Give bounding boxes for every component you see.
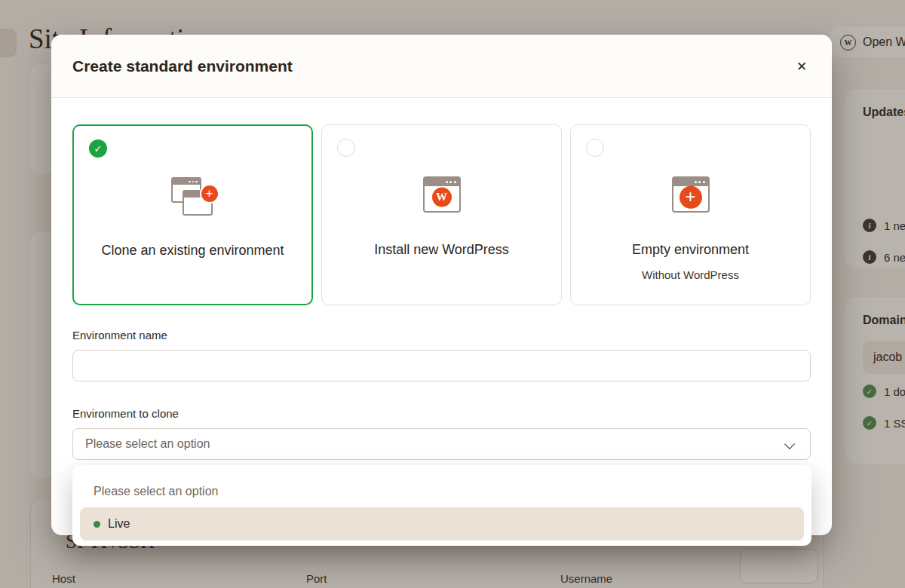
modal-title: Create standard environment — [72, 57, 293, 75]
option-card-label: Empty environment — [571, 242, 810, 258]
wordpress-logo-icon — [432, 187, 452, 207]
radio-icon — [586, 139, 604, 157]
environment-select-dropdown: Please select an option Live — [72, 465, 811, 546]
option-card-empty[interactable]: Empty environment Without WordPress — [570, 124, 811, 305]
dropdown-option-live[interactable]: Live — [80, 507, 804, 541]
option-card-label: Clone an existing environment — [74, 243, 311, 259]
environment-name-input[interactable] — [72, 350, 811, 381]
environment-to-clone-select[interactable]: Please select an option — [72, 428, 811, 460]
dropdown-option-label: Live — [108, 517, 130, 531]
app-root: Site Information Open W SFTP/SSH Host Po… — [0, 0, 905, 588]
chevron-down-icon — [784, 439, 795, 449]
close-icon[interactable] — [790, 54, 814, 78]
create-environment-modal: Create standard environment Clone an exi… — [51, 35, 832, 535]
environment-to-clone-label: Environment to clone — [72, 407, 179, 420]
plus-window-icon — [571, 176, 810, 213]
dropdown-option-placeholder[interactable]: Please select an option — [94, 485, 218, 498]
modal-header: Create standard environment — [51, 35, 832, 98]
environment-type-options: Clone an existing environment Install ne… — [72, 124, 811, 305]
radio-icon — [337, 139, 355, 157]
status-dot-icon — [94, 521, 100, 528]
select-value: Please select an option — [85, 437, 210, 451]
option-card-label: Install new WordPress — [322, 242, 561, 258]
selected-check-icon — [89, 139, 107, 158]
wordpress-window-icon — [322, 176, 561, 213]
option-card-sublabel: Without WordPress — [571, 268, 810, 281]
option-card-wordpress[interactable]: Install new WordPress — [321, 124, 562, 305]
option-card-clone[interactable]: Clone an existing environment — [72, 124, 313, 305]
environment-name-label: Environment name — [72, 329, 167, 341]
clone-windows-icon — [74, 177, 311, 221]
plus-icon — [680, 186, 702, 209]
plus-badge-icon — [200, 184, 219, 204]
